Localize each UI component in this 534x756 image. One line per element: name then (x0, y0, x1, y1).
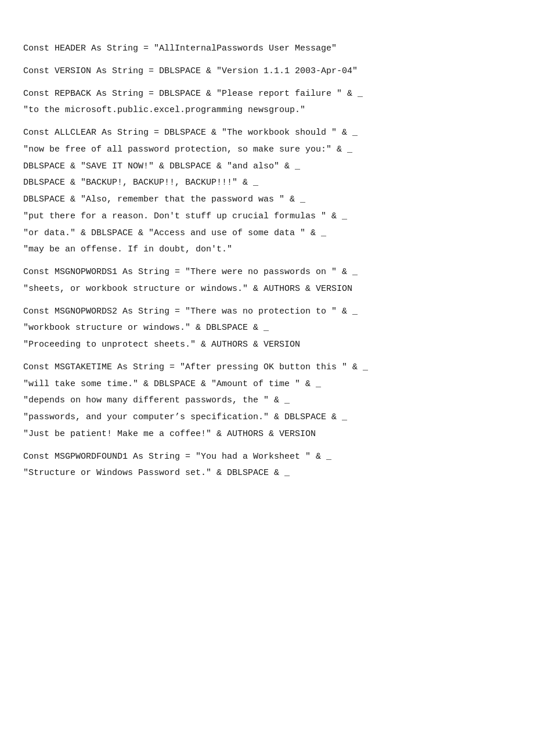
blank-line (23, 299, 511, 305)
code-line: "may be an offense. If in doubt, don't." (23, 243, 511, 257)
blank-line (23, 444, 511, 450)
code-line: DBLSPACE & "BACKUP!, BACKUP!!, BACKUP!!!… (23, 176, 511, 190)
code-line: "workbook structure or windows." & DBLSP… (23, 321, 511, 336)
code-line: "Proceeding to unprotect sheets." & AUTH… (23, 338, 511, 352)
code-line: "depends on how many different passwords… (23, 394, 511, 408)
code-line: "sheets, or workbook structure or window… (23, 282, 511, 297)
code-line: DBLSPACE & "Also, remember that the pass… (23, 193, 511, 207)
code-line: "put there for a reason. Don't stuff up … (23, 210, 511, 224)
blank-line (23, 355, 511, 361)
code-line: "to the microsoft.public.excel.programmi… (23, 103, 511, 118)
blank-line (23, 59, 511, 64)
code-line: "or data." & DBLSPACE & "Access and use … (23, 226, 511, 241)
blank-line (23, 260, 511, 265)
code-line: "will take some time." & DBLSPACE & "Amo… (23, 377, 511, 392)
code-line: Const REPBACK As String = DBLSPACE & "Pl… (23, 87, 511, 102)
code-line: Const HEADER As String = "AllInternalPas… (23, 42, 511, 56)
code-line: DBLSPACE & "SAVE IT NOW!" & DBLSPACE & "… (23, 160, 511, 174)
code-line: Const MSGTAKETIME As String = "After pre… (23, 361, 511, 375)
code-line: "now be free of all password protection,… (23, 143, 511, 157)
blank-line (23, 120, 511, 126)
code-line: "Just be patient! Make me a coffee!" & A… (23, 427, 511, 442)
code-line: Const VERSION As String = DBLSPACE & "Ve… (23, 64, 511, 79)
code-line: Const MSGNOPWORDS1 As String = "There we… (23, 265, 511, 280)
code-line: Const ALLCLEAR As String = DBLSPACE & "T… (23, 126, 511, 141)
code-line: Const MSGNOPWORDS2 As String = "There wa… (23, 305, 511, 319)
code-line: "passwords, and your computer’s specific… (23, 411, 511, 425)
code-line: "Structure or Windows Password set." & D… (23, 466, 511, 481)
blank-line (23, 81, 511, 87)
code-content: Const HEADER As String = "AllInternalPas… (23, 28, 511, 481)
code-line: Const MSGPWORDFOUND1 As String = "You ha… (23, 450, 511, 465)
